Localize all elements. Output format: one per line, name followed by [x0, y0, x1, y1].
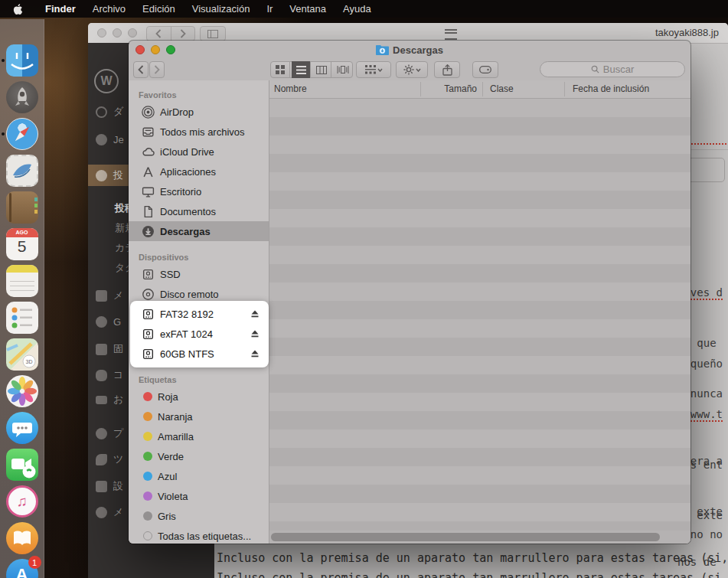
browser-sidebar-toggle-button[interactable]: [200, 26, 226, 41]
menu-ayuda[interactable]: Ayuda: [335, 0, 380, 18]
sidebar-item-desktop[interactable]: Escritorio: [129, 181, 269, 201]
search-icon: [591, 65, 599, 73]
screen: takoyaki888.jp W ダ Je 投 投稿一 新規追 カテゴ タグ メ…: [0, 0, 728, 578]
dock-icon-photos[interactable]: [5, 374, 39, 408]
sidebar-item-icloud-drive[interactable]: iCloud Drive: [129, 142, 269, 162]
pin-icon: [96, 170, 107, 181]
dock-icon-finder[interactable]: [5, 44, 39, 77]
action-gear-button[interactable]: [396, 61, 428, 78]
column-header-date-added[interactable]: Fecha de inclusión: [573, 83, 649, 94]
browser-zoom-button[interactable]: [128, 28, 137, 38]
forward-button[interactable]: [149, 61, 165, 78]
menu-ventana[interactable]: Ventana: [281, 0, 335, 18]
arrange-button[interactable]: [356, 61, 391, 78]
scrollbar-thumb[interactable]: [271, 533, 660, 541]
svg-text:3D: 3D: [25, 359, 32, 364]
dock-icon-itunes[interactable]: ♫: [5, 485, 39, 518]
sidebar-item-all-my-files[interactable]: Todos mis archivos: [129, 122, 269, 142]
tag-dot-red: [143, 392, 152, 401]
eject-icon[interactable]: [250, 309, 260, 318]
dock-icon-mail[interactable]: [5, 154, 39, 188]
tag-button[interactable]: [472, 61, 498, 78]
user-icon: [96, 428, 107, 439]
icloud-icon: [142, 145, 155, 158]
hamburger-menu-icon[interactable]: [445, 29, 457, 40]
browser-back-button[interactable]: [147, 27, 171, 41]
eject-icon[interactable]: [250, 329, 260, 338]
sidebar-tag-purple[interactable]: Violeta: [129, 486, 269, 506]
dock-icon-app-store[interactable]: A 1: [5, 558, 39, 578]
sidebar-item-downloads[interactable]: Descargas: [129, 221, 269, 241]
sidebar-tag-green[interactable]: Verde: [129, 446, 269, 466]
downloads-folder-icon: [376, 44, 389, 55]
tag-dot-green: [143, 452, 152, 461]
sidebar-tag-yellow[interactable]: Amarilla: [129, 426, 269, 446]
menu-finder[interactable]: Finder: [37, 0, 84, 18]
dashboard-icon: [96, 106, 107, 118]
calendar-day: 5: [5, 237, 39, 256]
share-button[interactable]: [434, 61, 460, 78]
column-header-name[interactable]: Nombre: [274, 83, 307, 94]
pages-icon: [96, 344, 107, 355]
dock-icon-reminders[interactable]: [5, 301, 39, 335]
sidebar-item-ssd[interactable]: SSD: [129, 264, 269, 284]
dock-icon-contacts[interactable]: [5, 191, 39, 224]
dock-icon-launchpad[interactable]: [5, 80, 39, 114]
dock: AGO 5 3D: [0, 19, 44, 578]
back-button[interactable]: [133, 61, 149, 78]
settings-icon: [96, 481, 107, 492]
mail-icon: [96, 396, 107, 404]
icon-view-button[interactable]: [271, 61, 290, 78]
apple-menu[interactable]: [12, 3, 23, 15]
partial-button-fragment[interactable]: [687, 158, 725, 182]
dock-icon-safari[interactable]: [5, 117, 39, 151]
dock-icon-facetime[interactable]: [5, 448, 39, 482]
browser-close-button[interactable]: [97, 28, 106, 38]
tag-dot-orange: [143, 412, 152, 421]
sidebar-item-exfat-drive[interactable]: exFAT 1024: [129, 324, 269, 344]
sidebar-section-favorites: Favoritos: [129, 88, 269, 102]
menu-archivo[interactable]: Archivo: [84, 0, 134, 18]
wordpress-logo[interactable]: W: [94, 69, 119, 93]
column-header-kind[interactable]: Clase: [490, 83, 514, 94]
sidebar-section-tags: Etiquetas: [129, 373, 269, 387]
sidebar-tag-gray[interactable]: Gris: [129, 506, 269, 526]
finder-title-bar[interactable]: Descargas: [129, 41, 690, 59]
dock-icon-ibooks[interactable]: [5, 521, 39, 555]
sidebar-item-documents[interactable]: Documentos: [129, 201, 269, 221]
media-icon: [96, 290, 107, 302]
sidebar-tag-blue[interactable]: Azul: [129, 466, 269, 486]
list-view-header: Nombre Tamaño Clase Fecha de inclusión: [269, 80, 690, 99]
eject-icon[interactable]: [250, 349, 260, 358]
sidebar-item-fat32-drive[interactable]: FAT32 8192: [129, 304, 269, 324]
dock-icon-maps[interactable]: 3D: [5, 338, 39, 371]
menu-visualizacion[interactable]: Visualización: [184, 0, 259, 18]
dock-icon-messages[interactable]: [5, 411, 39, 445]
coverflow-view-button[interactable]: [333, 61, 352, 78]
dock-icon-calendar[interactable]: AGO 5: [5, 227, 39, 261]
column-view-button[interactable]: [312, 61, 331, 78]
tag-dot-all: [143, 531, 152, 540]
article-text-line-clipped: Incluso con la premisa de un aparato tan…: [217, 571, 728, 578]
sidebar-tag-all[interactable]: Todas las etiquetas...: [129, 526, 269, 544]
browser-minimize-button[interactable]: [113, 28, 122, 38]
sidebar-tag-orange[interactable]: Naranja: [129, 407, 269, 426]
search-input[interactable]: Buscar: [540, 61, 685, 77]
list-view-button[interactable]: [292, 61, 311, 78]
browser-forward-button[interactable]: [171, 27, 195, 41]
menu-ir[interactable]: Ir: [258, 0, 281, 18]
finder-toolbar: Buscar: [129, 59, 690, 80]
sidebar-item-applications[interactable]: Aplicaciones: [129, 162, 269, 181]
sidebar-item-remote-disc[interactable]: Disco remoto: [129, 284, 269, 304]
sidebar-tag-red[interactable]: Roja: [129, 387, 269, 407]
menu-edicion[interactable]: Edición: [134, 0, 184, 18]
dock-icon-notes[interactable]: [5, 264, 39, 298]
browser-nav-buttons: [146, 26, 195, 41]
sidebar-item-airdrop[interactable]: AirDrop: [129, 102, 269, 122]
finder-file-list: Nombre Tamaño Clase Fecha de inclusión: [269, 80, 690, 544]
sidebar-item-ntfs-drive[interactable]: 60GB NTFS: [129, 344, 269, 364]
sidebar-section-devices: Dispositivos: [129, 250, 269, 264]
column-header-size[interactable]: Tamaño: [420, 83, 477, 94]
app-store-badge: 1: [28, 556, 41, 569]
desktop-icon: [142, 185, 155, 198]
